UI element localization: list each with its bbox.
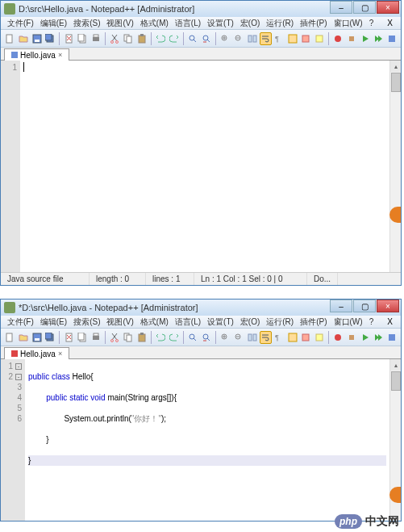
- menu-format[interactable]: 格式(M): [137, 18, 172, 29]
- menu-language[interactable]: 语言(L): [172, 18, 204, 29]
- menu-format[interactable]: 格式(M): [137, 316, 172, 328]
- titlebar[interactable]: D:\src\Hello.java - Notepad++ [Administr…: [1, 1, 401, 17]
- titlebar[interactable]: *D:\src\Hello.java - Notepad++ [Administ…: [1, 300, 401, 316]
- copy-icon[interactable]: [123, 331, 135, 344]
- close-file-icon[interactable]: [63, 32, 75, 45]
- play-macro-icon[interactable]: [359, 331, 371, 344]
- file-tab[interactable]: Hello.java ×: [4, 48, 69, 61]
- close-all-icon[interactable]: [77, 331, 89, 344]
- menu-macro[interactable]: 宏(O): [237, 316, 263, 328]
- doc-map-icon[interactable]: [314, 331, 326, 344]
- menu-language[interactable]: 语言(L): [172, 316, 204, 328]
- indent-guide-icon[interactable]: [286, 331, 298, 344]
- cut-icon[interactable]: [109, 331, 121, 344]
- undo-icon[interactable]: [155, 32, 167, 45]
- open-file-icon[interactable]: [18, 32, 30, 45]
- sync-scroll-icon[interactable]: [246, 32, 258, 45]
- record-macro-icon[interactable]: [332, 32, 344, 45]
- run-macro-multi-icon[interactable]: [373, 32, 385, 45]
- close-file-icon[interactable]: [63, 331, 75, 344]
- minimize-button[interactable]: –: [330, 300, 352, 312]
- cut-icon[interactable]: [109, 32, 121, 45]
- paste-icon[interactable]: [135, 331, 148, 344]
- open-file-icon[interactable]: [18, 331, 30, 344]
- zoom-in-icon[interactable]: [219, 331, 231, 344]
- tab-close-icon[interactable]: ×: [58, 51, 62, 59]
- wrap-icon[interactable]: [260, 331, 272, 344]
- zoom-in-icon[interactable]: [219, 32, 231, 45]
- menu-close-x[interactable]: X: [382, 19, 398, 27]
- menu-run[interactable]: 运行(R): [263, 18, 297, 29]
- scroll-up-arrow[interactable]: ▴: [390, 61, 401, 72]
- undo-icon[interactable]: [155, 331, 167, 344]
- replace-icon[interactable]: [201, 32, 213, 45]
- tab-close-icon[interactable]: ×: [58, 350, 62, 358]
- show-all-chars-icon[interactable]: ¶: [273, 331, 285, 344]
- zoom-out-icon[interactable]: [233, 331, 245, 344]
- close-all-icon[interactable]: [77, 32, 89, 45]
- new-file-icon[interactable]: [4, 331, 16, 344]
- menu-settings[interactable]: 设置(T): [204, 18, 237, 29]
- save-icon[interactable]: [31, 331, 43, 344]
- menu-search[interactable]: 搜索(S): [70, 316, 103, 328]
- copy-icon[interactable]: [123, 32, 135, 45]
- code-editor[interactable]: [20, 61, 389, 272]
- menu-close-x[interactable]: X: [382, 317, 398, 326]
- redo-icon[interactable]: [168, 331, 180, 344]
- menu-view[interactable]: 视图(V): [103, 18, 136, 29]
- user-lang-icon[interactable]: [300, 331, 312, 344]
- menu-help[interactable]: ?: [366, 19, 377, 27]
- minimize-button[interactable]: –: [330, 1, 352, 14]
- zoom-out-icon[interactable]: [233, 32, 245, 45]
- save-icon[interactable]: [31, 32, 43, 45]
- maximize-button[interactable]: ▢: [353, 300, 376, 312]
- menu-edit[interactable]: 编辑(E): [37, 316, 70, 328]
- save-all-icon[interactable]: [44, 32, 56, 45]
- play-macro-icon[interactable]: [359, 32, 371, 45]
- close-button[interactable]: ×: [377, 300, 399, 312]
- menu-view[interactable]: 视图(V): [103, 316, 136, 328]
- menu-file[interactable]: 文件(F): [4, 18, 37, 29]
- record-macro-icon[interactable]: [332, 331, 344, 344]
- fold-minus-icon[interactable]: -: [15, 363, 22, 370]
- save-all-icon[interactable]: [44, 331, 56, 344]
- menu-run[interactable]: 运行(R): [263, 316, 297, 328]
- menu-file[interactable]: 文件(F): [4, 316, 37, 328]
- sync-scroll-icon[interactable]: [246, 331, 258, 344]
- replace-icon[interactable]: [201, 331, 213, 344]
- maximize-button[interactable]: ▢: [353, 1, 376, 14]
- menu-search[interactable]: 搜索(S): [70, 18, 103, 29]
- code-editor[interactable]: public class Hello{ public static void m…: [25, 359, 389, 521]
- new-file-icon[interactable]: [4, 32, 16, 45]
- wrap-icon[interactable]: [260, 32, 272, 45]
- menu-plugins[interactable]: 插件(P): [297, 18, 330, 29]
- save-macro-icon[interactable]: [385, 32, 398, 45]
- scroll-thumb[interactable]: [391, 371, 401, 391]
- print-icon[interactable]: [90, 32, 102, 45]
- user-lang-icon[interactable]: [300, 32, 312, 45]
- paste-icon[interactable]: [135, 32, 148, 45]
- print-icon[interactable]: [90, 331, 102, 344]
- indent-guide-icon[interactable]: [286, 32, 298, 45]
- menu-settings[interactable]: 设置(T): [204, 316, 237, 328]
- scroll-up-arrow[interactable]: ▴: [390, 359, 401, 371]
- run-macro-multi-icon[interactable]: [373, 331, 385, 344]
- redo-icon[interactable]: [168, 32, 180, 45]
- doc-map-icon[interactable]: [314, 32, 326, 45]
- find-icon[interactable]: [187, 32, 199, 45]
- menu-edit[interactable]: 编辑(E): [37, 18, 70, 29]
- stop-macro-icon[interactable]: [346, 331, 358, 344]
- menu-macro[interactable]: 宏(O): [237, 18, 263, 29]
- menu-window[interactable]: 窗口(W): [331, 316, 366, 328]
- find-icon[interactable]: [187, 331, 199, 344]
- close-button[interactable]: ×: [377, 1, 399, 14]
- fold-minus-icon[interactable]: -: [15, 374, 22, 380]
- file-tab[interactable]: Hello.java ×: [4, 347, 69, 359]
- show-all-chars-icon[interactable]: ¶: [273, 32, 285, 45]
- stop-macro-icon[interactable]: [346, 32, 358, 45]
- save-macro-icon[interactable]: [385, 331, 398, 344]
- vertical-scrollbar[interactable]: ▴: [389, 61, 401, 272]
- scroll-thumb[interactable]: [391, 73, 401, 92]
- menu-window[interactable]: 窗口(W): [331, 18, 366, 29]
- menu-plugins[interactable]: 插件(P): [297, 316, 330, 328]
